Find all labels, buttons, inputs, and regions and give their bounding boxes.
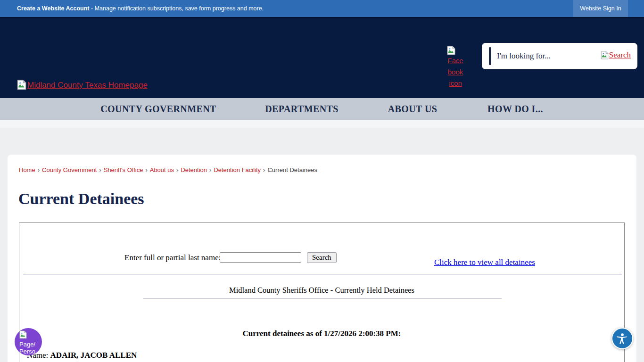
create-account-rest: - Manage notification subscriptions, sav… (90, 5, 264, 12)
breadcrumb-home[interactable]: Home (19, 166, 35, 173)
homepage-link[interactable]: Midland County Texas Homepage (17, 80, 148, 90)
site-search-box: Search (482, 43, 637, 69)
site-search-submit[interactable]: Search (601, 50, 631, 60)
site-search-input[interactable] (497, 47, 582, 66)
horizontal-rule (23, 274, 622, 274)
create-account-bold[interactable]: Create a Website Account (17, 5, 90, 12)
breadcrumb-sheriffs-office[interactable]: Sheriff's Office (104, 166, 143, 173)
website-signin-button[interactable]: Website Sign In (573, 0, 628, 17)
search-caret-bar (489, 47, 491, 65)
view-all-detainees-link[interactable]: Click here to view all detainees (434, 258, 535, 267)
create-account-text[interactable]: Create a Website Account - Manage notifi… (17, 0, 264, 17)
breadcrumb: Home›County Government›Sheriff's Office›… (19, 166, 317, 173)
heading-underline-rule (143, 298, 502, 298)
breadcrumb-separator: › (174, 166, 181, 173)
site-search-submit-label: Search (609, 50, 631, 60)
broken-image-icon (17, 80, 26, 90)
detainee-list-heading: Midland County Sheriffs Office - Current… (19, 286, 624, 295)
breadcrumb-current-page: Current Detainees (267, 166, 317, 173)
detainee-search-button[interactable]: Search (307, 252, 337, 263)
breadcrumb-separator: › (143, 166, 149, 173)
last-name-label: Enter full or partial last name: (124, 253, 221, 263)
name-value: ADAIR, JACOB ALLEN (50, 351, 137, 360)
broken-image-icon (447, 46, 455, 55)
nav-about-us[interactable]: ABOUT US (388, 98, 438, 120)
nav-departments[interactable]: DEPARTMENTS (265, 98, 339, 120)
as-of-timestamp: Current detainees as of 1/27/2026 2:00:3… (19, 329, 624, 338)
main-navigation: COUNTY GOVERNMENT DEPARTMENTS ABOUT US H… (0, 98, 644, 120)
accessibility-widget-button[interactable] (611, 328, 633, 349)
breadcrumb-separator: › (261, 166, 267, 173)
detainee-record-name: Name: ADAIR, JACOB ALLEN (27, 351, 137, 360)
site-header: Midland County Texas Homepage Facebook i… (0, 17, 644, 98)
content-card: Home›County Government›Sheriff's Office›… (8, 155, 636, 362)
breadcrumb-county-government[interactable]: County Government (42, 166, 97, 173)
nav-divider-strip (0, 120, 644, 128)
breadcrumb-separator: › (97, 166, 103, 173)
nav-county-government[interactable]: COUNTY GOVERNMENT (100, 98, 216, 120)
homepage-link-label: Midland County Texas Homepage (27, 81, 148, 90)
last-name-input[interactable] (220, 252, 301, 263)
page-title: Current Detainees (18, 190, 144, 208)
broken-image-icon (601, 51, 609, 59)
facebook-link[interactable]: Facebook icon (447, 46, 464, 89)
top-utility-bar: Create a Website Account - Manage notifi… (0, 0, 644, 17)
accessibility-person-icon (616, 332, 629, 345)
breadcrumb-about-us[interactable]: About us (150, 166, 174, 173)
nav-how-do-i[interactable]: HOW DO I... (487, 98, 543, 120)
breadcrumb-detention[interactable]: Detention (181, 166, 207, 173)
detainee-search-frame: Enter full or partial last name: Search … (19, 222, 625, 362)
breadcrumb-separator: › (35, 166, 42, 173)
page-feedback-widget-button[interactable]: Page/ Perso (15, 328, 42, 355)
feedback-widget-label-line1: Page/ (19, 341, 42, 348)
breadcrumb-detention-facility[interactable]: Detention Facility (214, 166, 261, 173)
broken-image-icon (19, 330, 27, 339)
facebook-link-label: Facebook icon (447, 57, 463, 87)
breadcrumb-separator: › (207, 166, 214, 173)
